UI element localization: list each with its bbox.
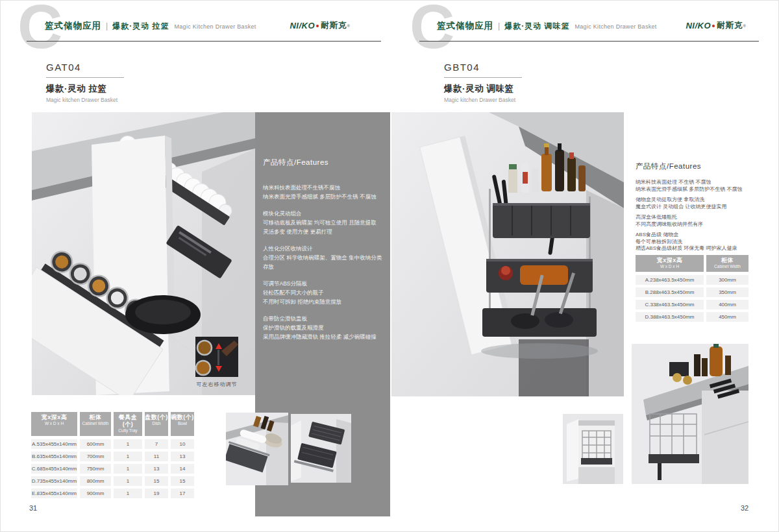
table-cell: 1 xyxy=(114,464,142,474)
feature-line: 魔盒式设计 灵动组合 让收纳更便捷实用 xyxy=(636,204,765,211)
feature-line: 可调节ABS分隔板 xyxy=(263,279,382,288)
feature-line: 不同高度调味瓶收纳井然有序 xyxy=(636,221,765,228)
table-cell: 900mm xyxy=(80,489,111,498)
table-cell: 17 xyxy=(171,489,194,498)
registered-mark: ® xyxy=(347,24,350,28)
table-cell: 14 xyxy=(171,464,194,474)
table-cell: 15 xyxy=(171,476,194,486)
table-cell: 13 xyxy=(171,452,194,461)
catalog-spread: C 篮式储物应用 | 爆款·灵动 拉篮 Magic Kitchen Drawer… xyxy=(0,0,779,532)
table-cell: D.388x463.5x450mm xyxy=(636,312,704,322)
feature-line: 不用时可拆卸 拒绝约束随意摆放 xyxy=(263,297,382,306)
series-title-en: Magic Kitchen Drawer Basket xyxy=(575,23,656,30)
features-list: 纳米科技表面处理 不生锈 不腐蚀纳米表面光滑手感细腻 多层防护不生锈 不腐蚀储物… xyxy=(636,179,765,252)
table-cell: 400mm xyxy=(706,300,748,309)
table-row: B.288x463.5x450mm350mm xyxy=(636,287,748,297)
table-cell: 7 xyxy=(145,439,168,449)
table-cell: D.735x455x140mm xyxy=(31,476,77,486)
table-header-cell: 柜体Cabinet Width xyxy=(80,412,111,436)
product-code: GBT04 xyxy=(444,62,522,73)
feature-line: 纳米表面光滑手感细腻 多层防护不生锈 不腐蚀 xyxy=(263,192,382,201)
logo-latin-text: NI/KO xyxy=(290,21,315,30)
series-title: 爆款·灵动 调味篮 xyxy=(504,21,569,32)
product-photo-small-right xyxy=(563,414,623,484)
table-cell: 1 xyxy=(114,489,142,498)
feature-line: ABS食品级 储物盒 xyxy=(636,232,765,239)
table-cell: 600mm xyxy=(80,439,111,449)
features-title: 产品特点/Features xyxy=(636,162,765,171)
table-row: E.835x455x140mm900mm11917 xyxy=(31,489,194,498)
table-row: D.388x463.5x450mm450mm xyxy=(636,312,748,322)
product-name-en: Magic kitchen Drawer Basket xyxy=(444,97,522,103)
nisko-logo: NI/KO 耐斯克 ® xyxy=(686,20,746,31)
table-cell: 19 xyxy=(145,489,168,498)
product-photo-large-right xyxy=(632,344,748,484)
product-photo-small-2 xyxy=(291,414,351,483)
series-title-en: Magic Kitchen Drawer Basket xyxy=(174,23,256,30)
feature-group: 高深盒体低矮瓶托不同高度调味瓶收纳井然有序 xyxy=(636,214,765,228)
table-cell: B.288x463.5x450mm xyxy=(636,287,704,297)
product-code-rule xyxy=(46,77,124,78)
header-separator: | xyxy=(498,21,500,30)
table-cell: C.685x455x140mm xyxy=(31,464,77,474)
feature-group: 储物盒灵动提取方便 拿取清洗魔盒式设计 灵动组合 让收纳更便捷实用 xyxy=(636,197,765,210)
spec-table-right: 宽x深x高W x D x H柜体Cabinet WidthA.238x463.5… xyxy=(636,255,748,324)
table-row: C.338x463.5x450mm400mm xyxy=(636,300,748,309)
category-title: 篮式储物应用 xyxy=(45,20,101,32)
feature-line: 采用品牌缓冲隐藏滑轨 推拉轻柔 减少碗碟碰撞 xyxy=(263,332,382,341)
table-header-cell: 盘数(个)Dish xyxy=(145,412,168,436)
product-name-cn: 爆款·灵动 调味篮 xyxy=(444,83,522,95)
page-number-left: 31 xyxy=(29,504,37,512)
feature-line: 储物盒灵动提取方便 拿取清洗 xyxy=(636,197,765,204)
feature-line: 灵活多变 使用方便 更易打理 xyxy=(263,227,382,236)
feature-line: 可移动底板及碗碟架 均可独立使用 且随意提取 xyxy=(263,218,382,227)
logo-latin-text: NI/KO xyxy=(686,21,711,30)
detail-inset-photo xyxy=(195,337,238,377)
table-cell: 350mm xyxy=(706,287,748,297)
table-header-row: 宽x深x高W x D x H柜体Cabinet Width xyxy=(636,255,748,272)
feature-group: 纳米科技表面处理不生锈不腐蚀纳米表面光滑手感细腻 多层防护不生锈 不腐蚀 xyxy=(263,183,382,201)
logo-cn-text: 耐斯克 xyxy=(717,20,743,31)
table-cell: 700mm xyxy=(80,452,111,461)
feature-group: 自带防尘滑轨盖板保护滑轨的载重及顺滑度采用品牌缓冲隐藏滑轨 推拉轻柔 减少碗碟碰… xyxy=(263,314,382,341)
table-cell: A.535x455x140mm xyxy=(31,439,77,449)
table-header-cell: 餐具盒(个)Cutly Tray xyxy=(114,412,142,436)
countertop-spices-illustration xyxy=(632,344,748,484)
feature-group: 人性化分区收纳设计合理分区 科学收纳碗碟架、置物盒 集中收纳分类存放 xyxy=(263,244,382,271)
spice-basket-illustration xyxy=(391,112,624,396)
product-code: GAT04 xyxy=(46,62,124,73)
table-row: C.685x455x140mm750mm11314 xyxy=(31,464,194,474)
category-title: 篮式储物应用 xyxy=(437,20,493,32)
table-cell: E.835x455x140mm xyxy=(31,489,77,498)
table-cell: 13 xyxy=(145,464,168,474)
series-title: 爆款·灵动 拉篮 xyxy=(112,21,169,32)
registered-mark: ® xyxy=(743,24,746,28)
table-cell: 11 xyxy=(145,452,168,461)
page-header-left: 篮式储物应用 | 爆款·灵动 拉篮 Magic Kitchen Drawer B… xyxy=(27,20,381,42)
product-name-cn: 爆款·灵动 拉篮 xyxy=(46,83,124,95)
table-cell: 450mm xyxy=(706,312,748,322)
drawer-open-illustration xyxy=(226,413,288,485)
table-header-cell: 柜体Cabinet Width xyxy=(706,255,748,272)
table-cell: 15 xyxy=(145,476,168,486)
feature-line: 合理分区 科学收纳碗碟架、置物盒 集中收纳分类存放 xyxy=(263,253,382,271)
features-block-right: 产品特点/Features 纳米科技表面处理 不生锈 不腐蚀纳米表面光滑手感细腻… xyxy=(636,162,765,256)
table-row: A.535x455x140mm600mm1710 xyxy=(31,439,194,449)
header-rule xyxy=(27,41,381,42)
feature-line: 纳米表面光滑手感细腻 多层防护不生锈 不腐蚀 xyxy=(636,186,765,193)
feature-group: 可调节ABS分隔板轻松匹配不同大小的瓶子不用时可拆卸 拒绝约束随意摆放 xyxy=(263,279,382,306)
page-number-right: 32 xyxy=(741,504,748,512)
product-photo-main-right xyxy=(391,112,624,396)
header-separator: | xyxy=(106,21,108,30)
logo-cn-text: 耐斯克 xyxy=(321,20,347,31)
feature-line: 纳米科技表面处理不生锈不腐蚀 xyxy=(263,183,382,192)
features-title: 产品特点/Features xyxy=(263,158,382,167)
table-cell: 750mm xyxy=(80,464,111,474)
feature-line: 模块化灵动组合 xyxy=(263,209,382,218)
table-cell: 800mm xyxy=(80,476,111,486)
feature-line: 精选ABS食品级材质 环保无毒 呵护家人健康 xyxy=(636,245,765,252)
logo-dot-icon xyxy=(316,25,319,27)
spec-table-left: 宽x深x高W x D x H柜体Cabinet Width餐具盒(个)Cutly… xyxy=(31,412,194,501)
table-row: A.238x463.5x450mm300mm xyxy=(636,275,748,285)
nisko-logo: NI/KO 耐斯克 ® xyxy=(290,20,350,31)
